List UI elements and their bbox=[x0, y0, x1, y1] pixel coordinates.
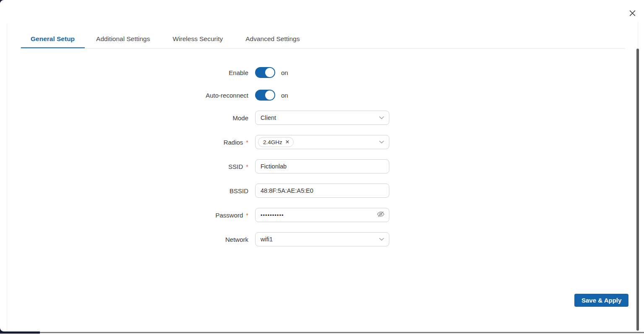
network-selected-value: wifi1 bbox=[261, 236, 273, 243]
network-label: Network bbox=[0, 236, 248, 243]
mode-selected-value: Client bbox=[261, 114, 276, 121]
settings-tab-bar: General Setup Additional Settings Wirele… bbox=[21, 29, 311, 49]
form-row-auto-reconnect: Auto-reconnect on bbox=[0, 88, 389, 102]
enable-toggle[interactable] bbox=[255, 67, 275, 78]
form-row-radios: Radios* 2.4GHz ✕ bbox=[0, 135, 389, 149]
required-asterisk: * bbox=[246, 163, 248, 170]
password-label-text: Password bbox=[215, 212, 243, 219]
enable-state-label: on bbox=[281, 69, 288, 76]
bssid-label: BSSID bbox=[0, 187, 248, 194]
chevron-down-icon bbox=[379, 140, 384, 144]
toggle-knob bbox=[265, 91, 274, 100]
enable-label: Enable bbox=[0, 69, 248, 76]
page-behind-corner-bottom-left bbox=[0, 328, 4, 331]
page-behind-corner-top-left bbox=[0, 0, 4, 4]
radio-tag-2-4ghz: 2.4GHz ✕ bbox=[258, 137, 294, 147]
tab-wireless-security[interactable]: Wireless Security bbox=[161, 29, 234, 49]
page-behind-bottom-navy-segment bbox=[0, 331, 40, 334]
bssid-input[interactable] bbox=[255, 184, 389, 198]
close-modal-button[interactable] bbox=[627, 9, 637, 19]
close-icon bbox=[629, 10, 636, 18]
tab-general-setup[interactable]: General Setup bbox=[21, 29, 85, 49]
radios-label: Radios* bbox=[0, 139, 248, 146]
password-label: Password* bbox=[0, 212, 248, 219]
tab-advanced-settings[interactable]: Advanced Settings bbox=[234, 29, 311, 49]
radios-label-text: Radios bbox=[224, 139, 243, 146]
ssid-input[interactable] bbox=[255, 159, 389, 173]
vertical-scrollbar-thumb[interactable] bbox=[636, 49, 639, 331]
toggle-password-visibility-button[interactable] bbox=[376, 210, 385, 220]
network-select[interactable]: wifi1 bbox=[255, 232, 389, 246]
required-asterisk: * bbox=[246, 212, 248, 219]
radio-tag-label: 2.4GHz bbox=[263, 139, 282, 145]
tab-bar-separator bbox=[21, 48, 625, 49]
ssid-label-text: SSID bbox=[228, 163, 243, 170]
save-and-apply-button[interactable]: Save & Apply bbox=[574, 294, 628, 307]
form-row-mode: Mode Client bbox=[0, 111, 389, 125]
mode-label: Mode bbox=[0, 114, 248, 122]
wireless-general-setup-form: Enable on Auto-reconnect on Mode Client bbox=[0, 65, 389, 256]
tab-additional-settings[interactable]: Additional Settings bbox=[85, 29, 161, 49]
form-row-network: Network wifi1 bbox=[0, 232, 389, 246]
eye-off-icon bbox=[376, 210, 385, 220]
chevron-down-icon bbox=[379, 238, 384, 241]
chevron-down-icon bbox=[379, 116, 384, 119]
auto-reconnect-state-label: on bbox=[281, 92, 288, 99]
required-asterisk: * bbox=[246, 139, 248, 146]
ssid-label: SSID* bbox=[0, 163, 248, 170]
auto-reconnect-toggle[interactable] bbox=[255, 90, 275, 101]
radios-multiselect[interactable]: 2.4GHz ✕ bbox=[255, 135, 389, 149]
form-row-password: Password* bbox=[0, 208, 389, 222]
remove-tag-icon[interactable]: ✕ bbox=[285, 140, 289, 145]
toggle-knob bbox=[265, 68, 274, 77]
form-row-enable: Enable on bbox=[0, 65, 389, 80]
password-input[interactable] bbox=[255, 208, 389, 222]
auto-reconnect-label: Auto-reconnect bbox=[0, 92, 248, 99]
form-row-bssid: BSSID bbox=[0, 184, 389, 198]
mode-select[interactable]: Client bbox=[255, 111, 389, 125]
form-row-ssid: SSID* bbox=[0, 159, 389, 173]
page-behind-bottom-line bbox=[0, 332, 644, 333]
